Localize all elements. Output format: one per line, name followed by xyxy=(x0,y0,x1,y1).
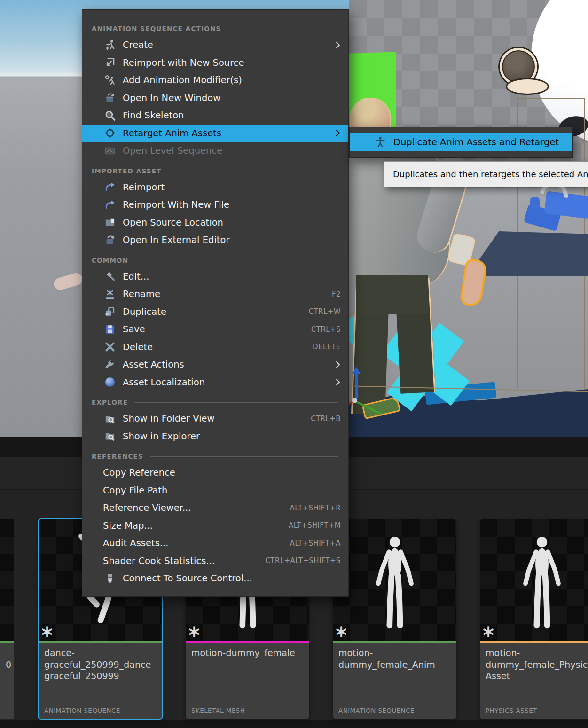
tooltip: Duplicates and then retargets the select… xyxy=(384,161,588,187)
menu-item-reference-viewer[interactable]: Reference Viewer... ALT+SHIFT+R xyxy=(82,499,348,517)
globe-icon xyxy=(103,377,117,387)
menu-item-find-skeleton[interactable]: Find Skeleton xyxy=(82,107,348,125)
asset-thumbnail: * xyxy=(480,519,588,641)
asset-tile-motion-dummy-female-anim[interactable]: * motion-dummy_female_Anim ANIMATION SEQ… xyxy=(333,519,456,719)
tooltip-text: Duplicates and then retargets the select… xyxy=(393,169,588,179)
menu-item-open-source-location[interactable]: Open Source Location xyxy=(82,214,348,232)
section-divider xyxy=(168,171,338,171)
menu-item-asset-actions[interactable]: Asset Actions xyxy=(82,356,348,374)
asset-name: motion-dummy_female_Anim xyxy=(333,643,456,674)
menu-item-copy-file-path[interactable]: Copy File Path xyxy=(82,482,348,500)
source-control-icon xyxy=(103,572,117,585)
menu-item-copy-reference[interactable]: Copy Reference xyxy=(82,464,348,482)
shortcut-label: DELETE xyxy=(313,343,341,351)
blue-machine-prop xyxy=(530,197,540,210)
section-header: EXPLORE xyxy=(82,397,348,408)
translate-gizmo-z-arrow[interactable] xyxy=(352,367,361,374)
shortcut-label: ALT+SHIFT+A xyxy=(290,539,341,548)
hammer-icon xyxy=(103,270,117,282)
retarget-dummy-icon xyxy=(373,136,387,148)
external-editor-icon xyxy=(103,234,117,246)
dish-prop xyxy=(506,78,549,95)
section-header: REFERENCES xyxy=(82,451,348,462)
menu-item-reimport-with-new-file[interactable]: Reimport With New File xyxy=(82,196,348,214)
folder-search-icon xyxy=(103,430,117,442)
floppy-save-icon xyxy=(103,323,117,336)
section-divider xyxy=(150,456,338,457)
menu-item-open-in-external-editor[interactable]: Open In External Editor xyxy=(82,231,348,249)
wrench-icon xyxy=(103,359,117,371)
retarget-submenu: Duplicate Anim Assets and Retarget xyxy=(349,127,573,158)
menu-item-rename[interactable]: Rename F2 xyxy=(82,285,348,303)
menu-item-retarget-anim-assets[interactable]: Retarget Anim Assets xyxy=(82,125,348,142)
submenu-chevron-icon xyxy=(335,378,341,386)
menu-item-show-in-explorer[interactable]: Show in Explorer xyxy=(82,428,348,446)
asset-tile-motion-dummy-female-physicsasset[interactable]: * motion-dummy_female_PhysicsAsset PHYSI… xyxy=(480,519,588,719)
menu-item-asset-localization[interactable]: Asset Localization xyxy=(82,374,348,391)
asset-type-label: PHYSICS ASSET xyxy=(486,707,537,714)
section-divider xyxy=(227,29,338,29)
submenu-item-duplicate-anim-assets-and-retarget[interactable]: Duplicate Anim Assets and Retarget xyxy=(350,133,572,151)
rename-asterisk-icon xyxy=(103,288,117,300)
shortcut-label: ALT+SHIFT+R xyxy=(290,504,341,512)
shortcut-label: ALT+SHIFT+M xyxy=(289,521,341,530)
menu-item-audit-assets[interactable]: Audit Assets... ALT+SHIFT+A xyxy=(82,534,348,552)
menu-item-reimport[interactable]: Reimport xyxy=(82,179,348,196)
menu-item-open-level-sequence[interactable]: Open Level Sequence xyxy=(82,142,348,160)
asset-thumbnail xyxy=(0,519,14,641)
unreal-editor-window: S _0 * dance-graceful_250999_dance-gr xyxy=(0,0,588,728)
asset-name: dance-graceful_250999_dance-graceful_250… xyxy=(39,643,162,686)
translate-gizmo-origin[interactable] xyxy=(352,398,357,403)
shortcut-label: F2 xyxy=(332,290,341,298)
section-header: COMMON xyxy=(82,255,348,266)
section-divider xyxy=(135,260,338,260)
translate-gizmo-z-axis[interactable] xyxy=(355,372,358,399)
submenu-chevron-icon xyxy=(335,129,341,137)
menu-item-size-map[interactable]: Size Map... ALT+SHIFT+M xyxy=(82,517,348,535)
animation-modifier-icon xyxy=(103,74,117,86)
shortcut-label: CTRL+S xyxy=(311,325,341,334)
menu-item-open-in-new-window[interactable]: Open In New Window xyxy=(82,89,348,107)
wire-frame-line xyxy=(517,98,585,99)
menu-section-common: COMMON Edit... Rename F2 xyxy=(82,255,348,391)
delete-x-icon xyxy=(103,341,117,353)
menu-item-delete[interactable]: Delete DELETE xyxy=(82,338,348,356)
asset-name: motion-dummy_female xyxy=(186,643,309,663)
section-divider xyxy=(134,402,338,403)
asset-name: _0 xyxy=(0,643,14,674)
asset-type-label: ANIMATION SEQUENCE xyxy=(44,707,120,714)
reimport-arrow-icon xyxy=(103,181,117,193)
reimport-new-source-icon xyxy=(103,56,117,69)
mannequin-figure xyxy=(368,533,421,639)
menu-item-show-in-folder-view[interactable]: Show in Folder View CTRL+B xyxy=(82,410,348,428)
mannequin-figure xyxy=(516,533,568,639)
context-menu: ANIMATION SEQUENCE ACTIONS Create xyxy=(82,9,349,597)
menu-section-animation-sequence-actions: ANIMATION SEQUENCE ACTIONS Create xyxy=(82,23,348,160)
menu-item-save[interactable]: Save CTRL+S xyxy=(82,321,348,338)
menu-item-reimport-with-new-source[interactable]: Reimport with New Source xyxy=(82,54,348,72)
content-browser-footer xyxy=(0,720,588,728)
menu-item-duplicate[interactable]: Duplicate CTRL+W xyxy=(82,303,348,321)
asset-tile-partial[interactable]: _0 xyxy=(0,519,14,719)
character-hip xyxy=(356,275,428,314)
submenu-chevron-icon xyxy=(335,41,341,49)
section-header: ANIMATION SEQUENCE ACTIONS xyxy=(82,23,348,34)
asset-type-label: ANIMATION SEQUENCE xyxy=(338,707,415,714)
background-figure-arm xyxy=(53,272,84,291)
section-header: IMPORTED ASSET xyxy=(82,165,348,177)
duplicate-icon xyxy=(103,305,117,318)
open-new-window-icon xyxy=(103,92,117,104)
shortcut-label: CTRL+ALT+SHIFT+S xyxy=(265,556,341,565)
retarget-crosshair-icon xyxy=(103,127,117,139)
asset-type-label: SKELETAL MESH xyxy=(191,707,245,714)
folder-search-icon xyxy=(103,413,117,425)
level-sequence-icon xyxy=(103,145,117,157)
menu-item-edit[interactable]: Edit... xyxy=(82,268,348,286)
menu-section-references: REFERENCES Copy Reference Copy File Path… xyxy=(82,451,348,587)
create-run-icon xyxy=(103,39,117,51)
menu-item-shader-cook-statistics[interactable]: Shader Cook Statistics... CTRL+ALT+SHIFT… xyxy=(82,552,348,570)
menu-item-create[interactable]: Create xyxy=(82,36,348,54)
menu-item-connect-to-source-control[interactable]: Connect To Source Control... xyxy=(82,570,348,587)
menu-section-imported-asset: IMPORTED ASSET Reimport Reimport With Ne… xyxy=(82,165,348,249)
menu-item-add-animation-modifiers[interactable]: Add Animation Modifier(s) xyxy=(82,71,348,89)
